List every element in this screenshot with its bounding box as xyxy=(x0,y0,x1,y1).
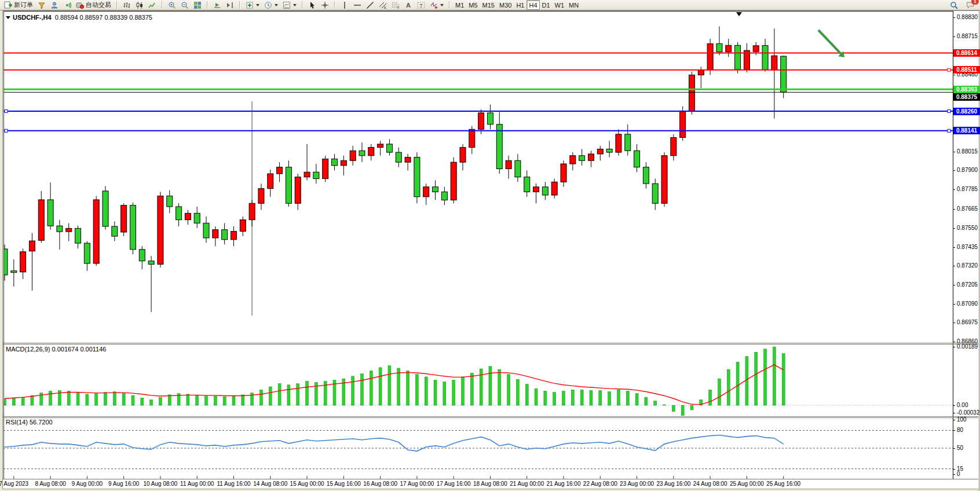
macd-bar xyxy=(553,393,556,405)
price-chart-panel[interactable] xyxy=(3,12,953,343)
timeframe-d1-button[interactable]: D1 xyxy=(540,0,553,10)
line-edge-marker xyxy=(5,129,8,132)
auto-scroll-button[interactable] xyxy=(211,0,224,10)
timeframe-m5-button[interactable]: M5 xyxy=(466,0,480,10)
time-axis-label[interactable]: 23 Aug 16:00 xyxy=(656,481,690,487)
macd-tick xyxy=(953,405,955,406)
macd-separator-top[interactable] xyxy=(3,343,978,343)
macd-bar xyxy=(590,390,593,405)
bar-chart-button[interactable] xyxy=(120,0,133,10)
chart-shift-button[interactable] xyxy=(224,0,236,10)
candle-body xyxy=(478,113,484,129)
macd-bar xyxy=(443,382,446,405)
price-tick-label: 0.87900 xyxy=(957,167,978,173)
arrows-button[interactable] xyxy=(427,0,446,10)
time-axis-label[interactable]: 21 Aug 00:00 xyxy=(510,481,544,487)
timeframe-m1-button[interactable]: M1 xyxy=(453,0,466,10)
time-axis-label[interactable]: 21 Aug 16:00 xyxy=(547,481,581,487)
rsi-panel[interactable] xyxy=(3,417,953,479)
periods-button[interactable] xyxy=(262,0,280,10)
candle-body xyxy=(414,157,420,197)
time-axis-label[interactable]: 9 Aug 16:00 xyxy=(108,481,139,487)
candle-body xyxy=(524,177,530,192)
macd-bar xyxy=(297,384,299,405)
candle-body xyxy=(323,159,328,178)
time-axis-label[interactable]: 15 Aug 16:00 xyxy=(327,481,361,487)
rsi-separator-top[interactable] xyxy=(3,416,978,417)
styler-button[interactable] xyxy=(35,0,48,10)
line-chart-button[interactable] xyxy=(146,0,159,10)
bars-icon xyxy=(123,1,131,9)
time-axis-label[interactable]: 9 Aug 00:00 xyxy=(72,481,103,487)
dropdown-caret-icon[interactable] xyxy=(440,4,444,6)
candle-body xyxy=(716,43,722,52)
timeframe-h1-button[interactable]: H1 xyxy=(514,0,526,10)
equidistant-channel-button[interactable]: E xyxy=(376,0,389,10)
zoom-out-button[interactable] xyxy=(178,0,191,10)
time-axis-label[interactable]: 16 Aug 08:00 xyxy=(363,481,397,487)
price-tick-label: 0.87320 xyxy=(957,262,978,269)
candle-body xyxy=(551,182,557,195)
candlestick-chart-button[interactable] xyxy=(133,0,146,10)
profile-button[interactable] xyxy=(48,0,61,10)
time-axis-label[interactable]: 25 Aug 00:00 xyxy=(730,481,764,487)
dropdown-caret-icon[interactable] xyxy=(256,4,259,6)
dropdown-caret-icon[interactable] xyxy=(275,4,278,6)
time-axis-label[interactable]: 10 Aug 08:00 xyxy=(143,481,177,487)
time-axis-label[interactable]: 11 Aug 00:00 xyxy=(180,481,214,487)
chart-shift-marker-icon[interactable] xyxy=(736,12,742,16)
time-axis-label[interactable]: 24 Aug 08:00 xyxy=(693,481,727,487)
time-axis-label[interactable]: 17 Aug 16:00 xyxy=(437,481,471,487)
timeframe-m15-button[interactable]: M15 xyxy=(480,0,497,10)
notifications-button[interactable]: 1 xyxy=(964,0,977,10)
text-button[interactable]: A xyxy=(402,0,415,10)
profile-icon xyxy=(50,1,58,9)
text-label-button[interactable]: T xyxy=(415,0,427,10)
timeframe-mn-button[interactable]: MN xyxy=(566,0,581,10)
macd-bar xyxy=(397,368,400,405)
time-axis-label[interactable]: 11 Aug 16:00 xyxy=(217,481,250,487)
candle-body xyxy=(222,230,228,240)
timeframe-m30-button[interactable]: M30 xyxy=(497,0,514,10)
indicators-button[interactable] xyxy=(243,0,262,10)
timeframe-h4-button[interactable]: H4 xyxy=(526,0,539,10)
chevron-down-icon[interactable] xyxy=(6,16,10,19)
time-axis-label[interactable]: 18 Aug 08:00 xyxy=(473,481,507,487)
candle-body xyxy=(11,271,17,273)
search-button[interactable] xyxy=(948,0,960,10)
new-order-button[interactable]: 新订单 xyxy=(2,0,35,10)
time-axis-label[interactable]: 22 Aug 08:00 xyxy=(583,481,617,487)
auto-trading-button[interactable]: 自动交易 xyxy=(74,0,114,10)
macd-bar xyxy=(562,391,565,405)
candle-body xyxy=(158,196,163,264)
time-axis-label[interactable]: 14 Aug 08:00 xyxy=(253,481,287,487)
macd-bar xyxy=(525,384,528,405)
signals-button[interactable] xyxy=(61,0,74,10)
price-tick xyxy=(953,209,955,210)
time-axis-label[interactable]: 17 Aug 00:00 xyxy=(400,481,434,487)
horizontal-line-button[interactable] xyxy=(351,0,364,10)
dropdown-caret-icon[interactable] xyxy=(293,4,297,6)
templates-button[interactable] xyxy=(280,0,299,10)
zoom-in-button[interactable] xyxy=(166,0,178,10)
time-axis-label[interactable]: 15 Aug 00:00 xyxy=(290,481,324,487)
time-axis-label[interactable]: 8 Aug 08:00 xyxy=(35,481,65,487)
candle-body xyxy=(433,187,438,192)
cursor-button[interactable] xyxy=(306,0,319,10)
candle-body xyxy=(515,160,521,177)
symbol-header[interactable]: USDCHF-,H4 0.88594 0.88597 0.88339 0.883… xyxy=(6,14,152,21)
time-axis-label[interactable]: 25 Aug 16:00 xyxy=(766,481,800,487)
crosshair-button[interactable] xyxy=(319,0,331,10)
macd-panel[interactable] xyxy=(3,344,953,416)
hline-icon xyxy=(353,1,361,9)
candle-body xyxy=(680,111,686,137)
time-axis-label[interactable]: 23 Aug 00:00 xyxy=(620,481,654,487)
timeframe-w1-button[interactable]: W1 xyxy=(553,0,567,10)
vertical-line-button[interactable] xyxy=(338,0,351,10)
tile-windows-button[interactable] xyxy=(191,0,204,10)
fibonacci-button[interactable]: F xyxy=(389,0,402,10)
time-axis-label[interactable]: 7 Aug 2023 xyxy=(0,481,28,487)
macd-bar xyxy=(168,395,171,405)
trendline-button[interactable] xyxy=(364,0,376,10)
candle-body xyxy=(423,187,429,197)
